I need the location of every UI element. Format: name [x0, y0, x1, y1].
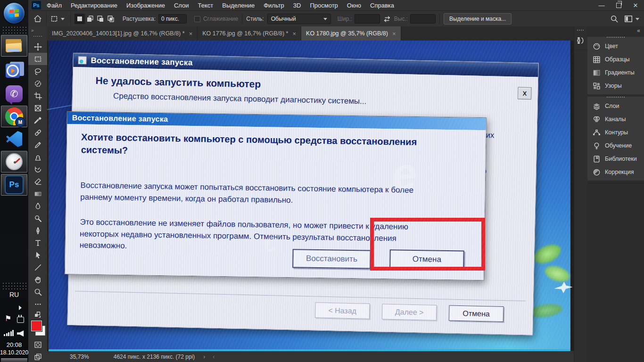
- menu-select[interactable]: Выделение: [222, 2, 255, 9]
- search-icon[interactable]: [610, 15, 619, 23]
- panel-grip[interactable]: [607, 97, 625, 98]
- show-hidden-icons-arrow[interactable]: [19, 305, 22, 310]
- workspace-caret-icon[interactable]: [636, 18, 639, 20]
- volume-icon[interactable]: [17, 330, 24, 337]
- eyedropper-tool[interactable]: [28, 114, 47, 126]
- network-signal-icon[interactable]: [4, 330, 14, 336]
- document-tab-1[interactable]: IMG_20200406_140013[1].jpg @ 16,7% (RGB/…: [47, 26, 198, 41]
- document-tab-3-active[interactable]: KO 1780.jpg @ 35,7% (RGB/8) ×: [301, 26, 401, 41]
- menu-image[interactable]: Изображение: [126, 2, 165, 9]
- rectangular-marquee-tool[interactable]: [28, 53, 47, 65]
- tab-close-icon[interactable]: ×: [189, 30, 193, 37]
- panel-grip[interactable]: [607, 37, 625, 38]
- width-input[interactable]: [355, 14, 380, 24]
- swap-colors-icon[interactable]: [28, 310, 47, 320]
- taskbar-item-explorer[interactable]: [1, 35, 27, 57]
- eraser-tool[interactable]: [28, 175, 47, 188]
- pen-tool[interactable]: [28, 224, 47, 237]
- menu-filter[interactable]: Фильтр: [264, 2, 284, 9]
- home-icon[interactable]: [33, 14, 42, 24]
- type-tool[interactable]: [28, 237, 47, 249]
- taskbar-item-vscode[interactable]: [1, 128, 27, 150]
- panel-button-learn[interactable]: Обучение: [587, 139, 644, 152]
- ellipsis-more-tools-icon[interactable]: [28, 298, 47, 310]
- antialias-checkbox[interactable]: [194, 16, 200, 22]
- quick-mask-icon[interactable]: [28, 338, 47, 351]
- frame-tool[interactable]: [28, 102, 47, 114]
- selection-new-icon[interactable]: [74, 14, 85, 24]
- taskbar-item-media-player[interactable]: [1, 60, 27, 82]
- menu-type[interactable]: Текст: [198, 2, 214, 9]
- swap-dimensions-icon[interactable]: [383, 15, 391, 23]
- panel-button-layers[interactable]: Слои: [587, 99, 644, 113]
- selection-intersect-icon[interactable]: [106, 14, 116, 24]
- menu-window[interactable]: Окно: [347, 2, 361, 9]
- show-desktop-button[interactable]: [1, 358, 27, 362]
- pencil-tool[interactable]: [28, 139, 47, 151]
- crop-tool[interactable]: [28, 90, 47, 102]
- clone-stamp-tool[interactable]: [28, 151, 47, 163]
- workspace-icon[interactable]: [624, 15, 633, 23]
- line-tool[interactable]: [28, 261, 47, 273]
- panel-button-adjustments[interactable]: Коррекция: [587, 165, 644, 179]
- panel-button-channels[interactable]: Каналы: [587, 113, 644, 126]
- tab-close-icon[interactable]: ×: [392, 30, 396, 37]
- clock-time[interactable]: 20:08: [0, 341, 28, 348]
- tab-close-icon[interactable]: ×: [292, 30, 296, 37]
- restore-button[interactable]: [610, 0, 627, 10]
- document-tab-2[interactable]: KO 1776.jpg @ 16,7% (RGB/8) * ×: [198, 26, 301, 41]
- menu-help[interactable]: Справка: [370, 2, 394, 9]
- taskbar-item-gauge-app[interactable]: [1, 151, 27, 173]
- collapse-panels-icon[interactable]: «: [587, 26, 644, 34]
- blur-tool[interactable]: [28, 200, 47, 212]
- panel-button-libraries[interactable]: Библиотеки: [587, 152, 644, 165]
- spot-healing-brush-tool[interactable]: [28, 126, 47, 139]
- panel-button-gradients[interactable]: Градиенты: [587, 66, 644, 79]
- taskbar-item-photoshop[interactable]: Ps: [1, 174, 27, 196]
- document-info[interactable]: 4624 пикс. x 2136 пикс. (72 ppi): [114, 354, 195, 360]
- preset-caret-icon[interactable]: [61, 18, 65, 20]
- gradient-tool[interactable]: [28, 188, 47, 200]
- menu-file[interactable]: Файл: [47, 2, 62, 9]
- action-center-flag-icon[interactable]: ⚑: [5, 314, 11, 323]
- history-panel-button[interactable]: [574, 34, 587, 50]
- taskbar-item-chrome[interactable]: M: [1, 106, 27, 127]
- menu-3d[interactable]: 3D: [293, 2, 301, 9]
- canvas-viewport[interactable]: Восстановление запуска Не удалось запуст…: [47, 41, 574, 351]
- foreground-background-colors[interactable]: [28, 320, 47, 337]
- panel-button-patterns[interactable]: Узоры: [587, 79, 644, 92]
- toolbar-expand-icon[interactable]: »: [28, 26, 47, 34]
- select-and-mask-button[interactable]: Выделение и маска...: [444, 13, 512, 25]
- menu-edit[interactable]: Редактирование: [71, 2, 117, 9]
- foreground-color-chip[interactable]: [31, 321, 42, 331]
- lasso-tool[interactable]: [28, 65, 47, 77]
- status-arrow-icon[interactable]: ›: [203, 354, 205, 360]
- zoom-level[interactable]: 35,73%: [70, 354, 89, 360]
- photo-document[interactable]: Восстановление запуска Не удалось запуст…: [49, 41, 570, 351]
- feather-input[interactable]: [158, 14, 187, 24]
- selection-add-icon[interactable]: [85, 14, 95, 24]
- selection-subtract-icon[interactable]: [95, 14, 106, 24]
- close-button[interactable]: ✕: [627, 0, 644, 10]
- power-plug-icon[interactable]: [17, 317, 24, 323]
- taskbar-item-viber[interactable]: ✆: [1, 83, 27, 105]
- language-indicator[interactable]: RU: [0, 291, 28, 298]
- panel-grip[interactable]: [577, 30, 585, 31]
- panel-button-color[interactable]: Цвет: [587, 40, 644, 53]
- toolbar-grip[interactable]: [33, 36, 42, 37]
- zoom-tool[interactable]: [28, 286, 47, 298]
- hand-tool[interactable]: [28, 273, 47, 286]
- path-selection-tool[interactable]: [28, 249, 47, 261]
- panel-button-swatches[interactable]: Образцы: [587, 53, 644, 66]
- object-selection-tool[interactable]: [28, 77, 47, 90]
- style-dropdown[interactable]: Обычный: [267, 14, 331, 24]
- panel-button-paths[interactable]: Контуры: [587, 126, 644, 139]
- menu-view[interactable]: Просмотр: [310, 2, 338, 9]
- height-input[interactable]: [410, 14, 436, 24]
- move-tool[interactable]: [28, 41, 47, 53]
- history-brush-tool[interactable]: [28, 163, 47, 175]
- dodge-tool[interactable]: [28, 212, 47, 224]
- start-button[interactable]: [4, 3, 25, 24]
- marquee-preset-icon[interactable]: [50, 15, 58, 23]
- menu-layers[interactable]: Слои: [174, 2, 189, 9]
